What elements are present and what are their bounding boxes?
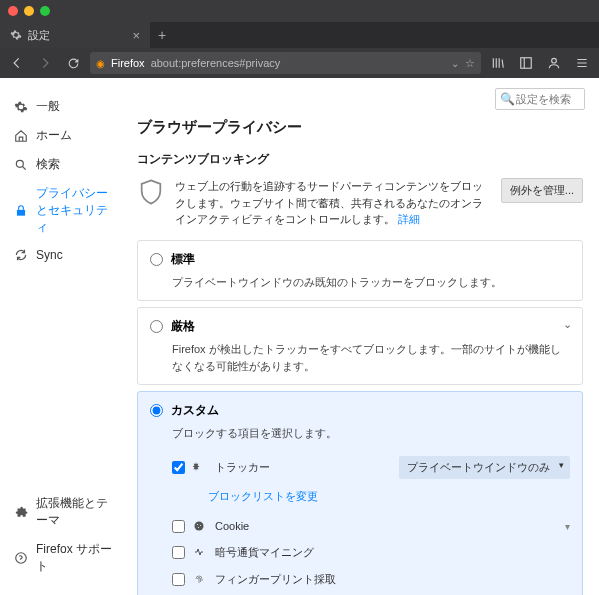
trackers-label: トラッカー — [215, 460, 270, 475]
new-tab-button[interactable]: + — [150, 22, 174, 48]
search-icon: 🔍 — [500, 92, 515, 106]
gear-icon — [10, 29, 22, 41]
sidebar-label: 検索 — [36, 156, 60, 173]
close-window-button[interactable] — [8, 6, 18, 16]
sidebar-item-search[interactable]: 検索 — [8, 150, 125, 179]
option-custom: カスタム ブロックする項目を選択します。 トラッカー プライベートウインドウのみ… — [137, 391, 583, 595]
nav-toolbar: ◉ Firefox about:preferences#privacy ⌄ ☆ — [0, 48, 599, 78]
url-bar[interactable]: ◉ Firefox about:preferences#privacy ⌄ ☆ — [90, 52, 481, 74]
fingerprinters-row: フィンガープリント採取 — [172, 566, 570, 593]
option-title: カスタム — [171, 402, 219, 419]
svg-rect-3 — [17, 209, 25, 215]
svg-point-1 — [552, 58, 557, 63]
fingerprinters-label: フィンガープリント採取 — [215, 572, 336, 587]
sidebar-label: ホーム — [36, 127, 72, 144]
sidebar-item-support[interactable]: Firefox サポート — [8, 535, 125, 581]
change-blocklist-link[interactable]: ブロックリストを変更 — [208, 490, 318, 502]
tab-title: 設定 — [28, 28, 50, 43]
option-title: 厳格 — [171, 318, 195, 335]
sidebar-button[interactable] — [515, 52, 537, 74]
svg-point-8 — [198, 527, 199, 528]
manage-exceptions-button[interactable]: 例外を管理... — [501, 178, 583, 203]
option-desc: Firefox が検出したトラッカーをすべてブロックします。一部のサイトが機能し… — [172, 341, 570, 374]
option-standard[interactable]: 標準 プライベートウインドウのみ既知のトラッカーをブロックします。 — [137, 240, 583, 302]
window-titlebar — [0, 0, 599, 22]
menu-button[interactable] — [571, 52, 593, 74]
cryptominer-icon — [193, 546, 207, 558]
fingerprint-icon — [193, 573, 207, 585]
cookies-checkbox[interactable] — [172, 520, 185, 533]
learn-more-link[interactable]: 詳細 — [398, 213, 420, 225]
main-panel: 🔍 ブラウザープライバシー コンテンツブロッキング ウェブ上の行動を追跡するサー… — [125, 78, 599, 595]
url-text: about:preferences#privacy — [151, 57, 281, 69]
content-blocking-desc: ウェブ上の行動を追跡するサードパーティコンテンツをブロックします。ウェブサイト間… — [175, 178, 491, 228]
lock-icon — [14, 204, 28, 218]
reload-button[interactable] — [62, 52, 84, 74]
content-area: 一般 ホーム 検索 プライバシーとセキュリティ Sync 拡張機能とテーマ Fi… — [0, 78, 599, 595]
strict-radio[interactable] — [150, 320, 163, 333]
firefox-icon: ◉ — [96, 58, 105, 69]
chevron-down-icon[interactable]: ▾ — [565, 521, 570, 532]
svg-point-6 — [197, 524, 198, 525]
bookmark-star-icon[interactable]: ☆ — [465, 57, 475, 70]
sidebar-item-sync[interactable]: Sync — [8, 242, 125, 268]
account-button[interactable] — [543, 52, 565, 74]
sidebar-item-addons[interactable]: 拡張機能とテーマ — [8, 489, 125, 535]
sidebar-label: 拡張機能とテーマ — [36, 495, 119, 529]
dropdown-icon[interactable]: ⌄ — [451, 58, 459, 69]
sync-icon — [14, 248, 28, 262]
cryptominers-checkbox[interactable] — [172, 546, 185, 559]
custom-radio[interactable] — [150, 404, 163, 417]
cryptominers-label: 暗号通貨マイニング — [215, 545, 314, 560]
puzzle-icon — [14, 505, 28, 519]
forward-button[interactable] — [34, 52, 56, 74]
settings-search: 🔍 — [495, 88, 585, 110]
page-title: ブラウザープライバシー — [137, 118, 583, 137]
trackers-row: トラッカー プライベートウインドウのみ — [172, 450, 570, 485]
sidebar-label: 一般 — [36, 98, 60, 115]
shield-icon — [137, 178, 165, 206]
svg-point-7 — [200, 525, 201, 526]
url-prefix: Firefox — [111, 57, 145, 69]
cookies-row: Cookie ▾ — [172, 514, 570, 539]
cryptominers-row: 暗号通貨マイニング — [172, 539, 570, 566]
browser-tab[interactable]: 設定 × — [0, 22, 150, 48]
svg-rect-0 — [521, 58, 532, 69]
standard-radio[interactable] — [150, 253, 163, 266]
tab-strip: 設定 × + — [0, 22, 599, 48]
svg-point-2 — [16, 160, 23, 167]
settings-sidebar: 一般 ホーム 検索 プライバシーとセキュリティ Sync 拡張機能とテーマ Fi… — [0, 78, 125, 595]
sidebar-item-home[interactable]: ホーム — [8, 121, 125, 150]
option-title: 標準 — [171, 251, 195, 268]
cookie-icon — [193, 520, 207, 532]
close-tab-button[interactable]: × — [132, 28, 140, 43]
fingerprinters-checkbox[interactable] — [172, 573, 185, 586]
option-desc: ブロックする項目を選択します。 — [172, 425, 570, 442]
svg-point-5 — [195, 522, 204, 531]
option-desc: プライベートウインドウのみ既知のトラッカーをブロックします。 — [172, 274, 570, 291]
home-icon — [14, 129, 28, 143]
trackers-checkbox[interactable] — [172, 461, 185, 474]
cookies-label: Cookie — [215, 520, 249, 532]
option-strict[interactable]: 厳格 ⌄ Firefox が検出したトラッカーをすべてブロックします。一部のサイ… — [137, 307, 583, 385]
library-button[interactable] — [487, 52, 509, 74]
help-icon — [14, 551, 28, 565]
section-heading: コンテンツブロッキング — [137, 151, 583, 168]
chevron-down-icon[interactable]: ⌄ — [563, 318, 572, 331]
traffic-lights — [8, 6, 50, 16]
sidebar-label: Sync — [36, 248, 63, 262]
sidebar-item-general[interactable]: 一般 — [8, 92, 125, 121]
sidebar-label: Firefox サポート — [36, 541, 119, 575]
gear-icon — [14, 100, 28, 114]
svg-point-4 — [16, 553, 27, 564]
content-blocking-header: ウェブ上の行動を追跡するサードパーティコンテンツをブロックします。ウェブサイト間… — [137, 178, 583, 228]
sidebar-item-privacy[interactable]: プライバシーとセキュリティ — [8, 179, 125, 242]
sidebar-label: プライバシーとセキュリティ — [36, 185, 119, 236]
minimize-window-button[interactable] — [24, 6, 34, 16]
search-icon — [14, 158, 28, 172]
maximize-window-button[interactable] — [40, 6, 50, 16]
trackers-mode-select[interactable]: プライベートウインドウのみ — [399, 456, 570, 479]
tracker-icon — [193, 461, 207, 473]
back-button[interactable] — [6, 52, 28, 74]
